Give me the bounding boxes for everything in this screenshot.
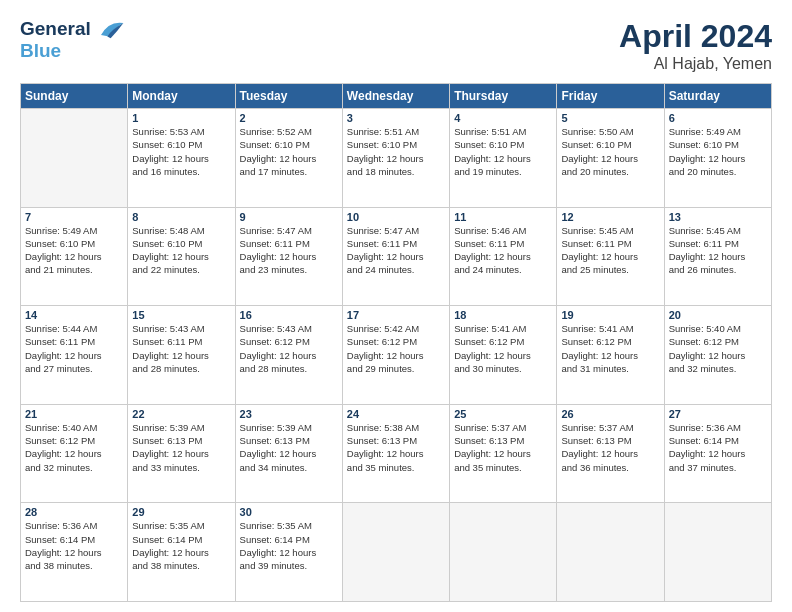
day-info: Sunrise: 5:52 AMSunset: 6:10 PMDaylight:… xyxy=(240,125,338,178)
day-number: 26 xyxy=(561,408,659,420)
day-number: 16 xyxy=(240,309,338,321)
day-info: Sunrise: 5:43 AMSunset: 6:11 PMDaylight:… xyxy=(132,322,230,375)
day-number: 25 xyxy=(454,408,552,420)
day-number: 12 xyxy=(561,211,659,223)
weekday-header-sunday: Sunday xyxy=(21,84,128,109)
day-info: Sunrise: 5:35 AMSunset: 6:14 PMDaylight:… xyxy=(132,519,230,572)
day-info: Sunrise: 5:35 AMSunset: 6:14 PMDaylight:… xyxy=(240,519,338,572)
day-number: 23 xyxy=(240,408,338,420)
location-title: Al Hajab, Yemen xyxy=(619,55,772,73)
calendar-cell xyxy=(450,503,557,602)
day-number: 5 xyxy=(561,112,659,124)
calendar-cell: 7Sunrise: 5:49 AMSunset: 6:10 PMDaylight… xyxy=(21,207,128,306)
calendar-cell: 25Sunrise: 5:37 AMSunset: 6:13 PMDayligh… xyxy=(450,404,557,503)
calendar-week-row: 7Sunrise: 5:49 AMSunset: 6:10 PMDaylight… xyxy=(21,207,772,306)
day-info: Sunrise: 5:39 AMSunset: 6:13 PMDaylight:… xyxy=(240,421,338,474)
calendar-cell: 1Sunrise: 5:53 AMSunset: 6:10 PMDaylight… xyxy=(128,109,235,208)
weekday-header-monday: Monday xyxy=(128,84,235,109)
calendar-cell: 4Sunrise: 5:51 AMSunset: 6:10 PMDaylight… xyxy=(450,109,557,208)
calendar-cell: 27Sunrise: 5:36 AMSunset: 6:14 PMDayligh… xyxy=(664,404,771,503)
day-info: Sunrise: 5:47 AMSunset: 6:11 PMDaylight:… xyxy=(240,224,338,277)
day-number: 8 xyxy=(132,211,230,223)
calendar-cell: 3Sunrise: 5:51 AMSunset: 6:10 PMDaylight… xyxy=(342,109,449,208)
title-block: April 2024 Al Hajab, Yemen xyxy=(619,18,772,73)
day-info: Sunrise: 5:42 AMSunset: 6:12 PMDaylight:… xyxy=(347,322,445,375)
day-number: 6 xyxy=(669,112,767,124)
day-info: Sunrise: 5:46 AMSunset: 6:11 PMDaylight:… xyxy=(454,224,552,277)
day-number: 11 xyxy=(454,211,552,223)
day-info: Sunrise: 5:51 AMSunset: 6:10 PMDaylight:… xyxy=(347,125,445,178)
weekday-header-wednesday: Wednesday xyxy=(342,84,449,109)
calendar-cell: 20Sunrise: 5:40 AMSunset: 6:12 PMDayligh… xyxy=(664,306,771,405)
weekday-header-friday: Friday xyxy=(557,84,664,109)
day-number: 1 xyxy=(132,112,230,124)
calendar-table: SundayMondayTuesdayWednesdayThursdayFrid… xyxy=(20,83,772,602)
calendar-cell: 28Sunrise: 5:36 AMSunset: 6:14 PMDayligh… xyxy=(21,503,128,602)
day-info: Sunrise: 5:40 AMSunset: 6:12 PMDaylight:… xyxy=(25,421,123,474)
calendar-cell: 24Sunrise: 5:38 AMSunset: 6:13 PMDayligh… xyxy=(342,404,449,503)
page: GeneralBlue April 2024 Al Hajab, Yemen S… xyxy=(0,0,792,612)
calendar-cell xyxy=(21,109,128,208)
calendar-week-row: 14Sunrise: 5:44 AMSunset: 6:11 PMDayligh… xyxy=(21,306,772,405)
calendar-cell xyxy=(664,503,771,602)
day-number: 21 xyxy=(25,408,123,420)
calendar-cell: 11Sunrise: 5:46 AMSunset: 6:11 PMDayligh… xyxy=(450,207,557,306)
calendar-cell: 26Sunrise: 5:37 AMSunset: 6:13 PMDayligh… xyxy=(557,404,664,503)
logo-bird-icon xyxy=(93,17,125,45)
day-info: Sunrise: 5:38 AMSunset: 6:13 PMDaylight:… xyxy=(347,421,445,474)
day-number: 22 xyxy=(132,408,230,420)
day-number: 18 xyxy=(454,309,552,321)
day-info: Sunrise: 5:44 AMSunset: 6:11 PMDaylight:… xyxy=(25,322,123,375)
calendar-week-row: 21Sunrise: 5:40 AMSunset: 6:12 PMDayligh… xyxy=(21,404,772,503)
weekday-header-saturday: Saturday xyxy=(664,84,771,109)
day-number: 9 xyxy=(240,211,338,223)
day-number: 30 xyxy=(240,506,338,518)
day-info: Sunrise: 5:45 AMSunset: 6:11 PMDaylight:… xyxy=(561,224,659,277)
day-info: Sunrise: 5:50 AMSunset: 6:10 PMDaylight:… xyxy=(561,125,659,178)
calendar-week-row: 28Sunrise: 5:36 AMSunset: 6:14 PMDayligh… xyxy=(21,503,772,602)
calendar-cell: 2Sunrise: 5:52 AMSunset: 6:10 PMDaylight… xyxy=(235,109,342,208)
day-info: Sunrise: 5:37 AMSunset: 6:13 PMDaylight:… xyxy=(561,421,659,474)
day-info: Sunrise: 5:41 AMSunset: 6:12 PMDaylight:… xyxy=(454,322,552,375)
day-number: 19 xyxy=(561,309,659,321)
calendar-cell: 15Sunrise: 5:43 AMSunset: 6:11 PMDayligh… xyxy=(128,306,235,405)
day-info: Sunrise: 5:49 AMSunset: 6:10 PMDaylight:… xyxy=(25,224,123,277)
calendar-cell xyxy=(557,503,664,602)
day-number: 3 xyxy=(347,112,445,124)
calendar-cell: 14Sunrise: 5:44 AMSunset: 6:11 PMDayligh… xyxy=(21,306,128,405)
day-info: Sunrise: 5:37 AMSunset: 6:13 PMDaylight:… xyxy=(454,421,552,474)
day-info: Sunrise: 5:41 AMSunset: 6:12 PMDaylight:… xyxy=(561,322,659,375)
day-info: Sunrise: 5:49 AMSunset: 6:10 PMDaylight:… xyxy=(669,125,767,178)
day-number: 4 xyxy=(454,112,552,124)
day-info: Sunrise: 5:43 AMSunset: 6:12 PMDaylight:… xyxy=(240,322,338,375)
logo-text: GeneralBlue xyxy=(20,18,91,62)
calendar-cell: 30Sunrise: 5:35 AMSunset: 6:14 PMDayligh… xyxy=(235,503,342,602)
calendar-cell: 9Sunrise: 5:47 AMSunset: 6:11 PMDaylight… xyxy=(235,207,342,306)
day-number: 28 xyxy=(25,506,123,518)
day-number: 14 xyxy=(25,309,123,321)
day-number: 20 xyxy=(669,309,767,321)
day-info: Sunrise: 5:47 AMSunset: 6:11 PMDaylight:… xyxy=(347,224,445,277)
day-info: Sunrise: 5:51 AMSunset: 6:10 PMDaylight:… xyxy=(454,125,552,178)
header: GeneralBlue April 2024 Al Hajab, Yemen xyxy=(20,18,772,73)
calendar-cell: 23Sunrise: 5:39 AMSunset: 6:13 PMDayligh… xyxy=(235,404,342,503)
calendar-cell: 12Sunrise: 5:45 AMSunset: 6:11 PMDayligh… xyxy=(557,207,664,306)
day-info: Sunrise: 5:53 AMSunset: 6:10 PMDaylight:… xyxy=(132,125,230,178)
day-info: Sunrise: 5:40 AMSunset: 6:12 PMDaylight:… xyxy=(669,322,767,375)
calendar-cell: 19Sunrise: 5:41 AMSunset: 6:12 PMDayligh… xyxy=(557,306,664,405)
day-number: 24 xyxy=(347,408,445,420)
calendar-cell: 6Sunrise: 5:49 AMSunset: 6:10 PMDaylight… xyxy=(664,109,771,208)
calendar-cell: 8Sunrise: 5:48 AMSunset: 6:10 PMDaylight… xyxy=(128,207,235,306)
calendar-week-row: 1Sunrise: 5:53 AMSunset: 6:10 PMDaylight… xyxy=(21,109,772,208)
calendar-cell: 18Sunrise: 5:41 AMSunset: 6:12 PMDayligh… xyxy=(450,306,557,405)
day-number: 2 xyxy=(240,112,338,124)
day-number: 29 xyxy=(132,506,230,518)
calendar-cell: 17Sunrise: 5:42 AMSunset: 6:12 PMDayligh… xyxy=(342,306,449,405)
calendar-cell: 16Sunrise: 5:43 AMSunset: 6:12 PMDayligh… xyxy=(235,306,342,405)
calendar-cell: 13Sunrise: 5:45 AMSunset: 6:11 PMDayligh… xyxy=(664,207,771,306)
day-info: Sunrise: 5:48 AMSunset: 6:10 PMDaylight:… xyxy=(132,224,230,277)
logo: GeneralBlue xyxy=(20,18,125,62)
calendar-cell: 10Sunrise: 5:47 AMSunset: 6:11 PMDayligh… xyxy=(342,207,449,306)
day-number: 17 xyxy=(347,309,445,321)
day-number: 7 xyxy=(25,211,123,223)
